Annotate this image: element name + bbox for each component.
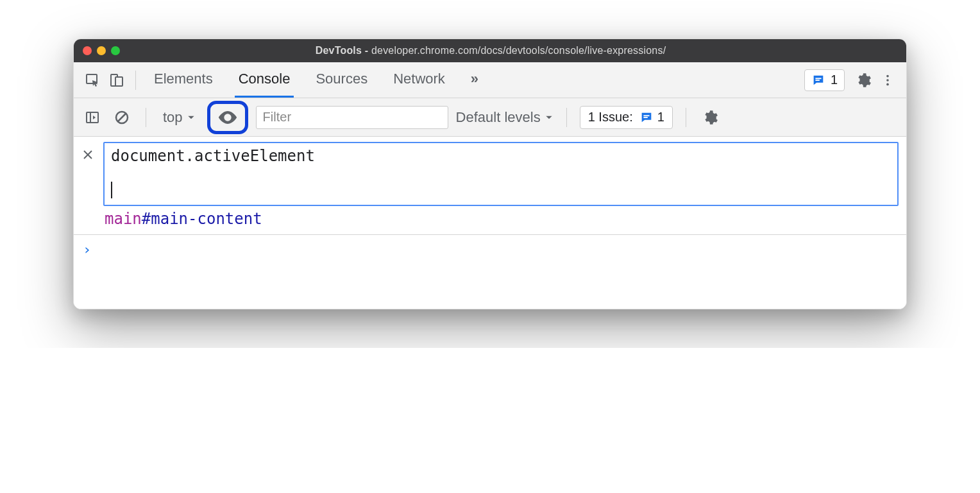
window-close-button[interactable]	[83, 46, 92, 55]
log-levels-selector[interactable]: Default levels	[456, 109, 553, 126]
remove-live-expression-button[interactable]	[79, 146, 97, 164]
ban-icon	[114, 110, 130, 125]
issues-count: 1	[657, 110, 664, 125]
more-tabs-button[interactable]: »	[467, 62, 482, 98]
filter-input[interactable]	[256, 106, 448, 129]
svg-point-5	[886, 74, 889, 77]
traffic-lights	[83, 46, 120, 55]
eye-icon	[217, 107, 239, 128]
divider	[566, 108, 567, 127]
context-label: top	[163, 109, 183, 126]
svg-rect-3	[815, 78, 821, 79]
window-title-app: DevTools	[316, 45, 362, 56]
toggle-device-toolbar-icon[interactable]	[106, 69, 128, 91]
panel-tabs: Elements Console Sources Network »	[150, 62, 482, 98]
result-tagname: main	[105, 210, 142, 228]
clear-console-button[interactable]	[111, 107, 133, 128]
devtools-window: DevTools - developer.chrome.com/docs/dev…	[73, 39, 907, 309]
console-body: ›	[74, 235, 906, 309]
inspect-element-icon[interactable]	[81, 69, 103, 91]
console-toolbar: top Default levels 1 Issue: 1	[74, 98, 906, 137]
create-live-expression-button[interactable]	[207, 101, 248, 134]
execution-context-selector[interactable]: top	[159, 108, 199, 127]
svg-rect-13	[643, 115, 649, 116]
chat-icon	[639, 110, 654, 125]
kebab-icon	[881, 73, 895, 87]
tab-sources[interactable]: Sources	[312, 62, 371, 98]
svg-point-7	[886, 83, 889, 85]
window-minimize-button[interactable]	[97, 46, 106, 55]
gear-icon	[855, 72, 872, 89]
text-cursor	[111, 182, 112, 198]
console-settings-button[interactable]	[699, 107, 721, 128]
svg-rect-14	[643, 117, 647, 118]
tab-elements[interactable]: Elements	[150, 62, 217, 98]
svg-rect-8	[87, 112, 98, 123]
messages-count: 1	[831, 73, 838, 87]
window-title: DevTools - developer.chrome.com/docs/dev…	[126, 45, 855, 56]
more-menu-button[interactable]	[877, 69, 899, 91]
chevron-down-icon	[187, 113, 196, 122]
live-expression-input[interactable]: document.activeElement	[103, 142, 899, 206]
svg-rect-4	[815, 80, 819, 81]
toggle-console-sidebar-button[interactable]	[81, 107, 103, 128]
chevron-down-icon	[545, 113, 553, 122]
live-expression-code: document.activeElement	[111, 147, 315, 165]
divider	[135, 71, 136, 90]
live-expression-area: document.activeElement main#main-content	[74, 137, 906, 235]
main-tabbar: Elements Console Sources Network » 1	[74, 62, 906, 98]
window-title-url: developer.chrome.com/docs/devtools/conso…	[371, 45, 666, 56]
close-icon	[82, 149, 94, 160]
messages-badge[interactable]: 1	[804, 69, 845, 91]
settings-button[interactable]	[852, 69, 874, 91]
window-titlebar: DevTools - developer.chrome.com/docs/dev…	[74, 39, 906, 62]
divider	[686, 108, 686, 127]
result-id: #main-content	[142, 210, 262, 228]
window-maximize-button[interactable]	[111, 46, 120, 55]
chat-icon	[811, 73, 825, 87]
svg-point-12	[226, 116, 230, 119]
svg-rect-2	[115, 77, 122, 86]
gear-icon	[702, 109, 718, 126]
issues-badge[interactable]: 1 Issue: 1	[580, 106, 673, 129]
levels-label: Default levels	[456, 109, 541, 126]
svg-point-6	[886, 79, 889, 82]
svg-line-11	[118, 113, 126, 121]
live-expression-result[interactable]: main#main-content	[105, 210, 899, 228]
divider	[146, 108, 146, 127]
tab-network[interactable]: Network	[389, 62, 449, 98]
console-prompt[interactable]: ›	[83, 241, 897, 257]
tab-console[interactable]: Console	[235, 62, 294, 98]
prompt-chevron-icon: ›	[83, 241, 91, 257]
issues-label: 1 Issue:	[588, 110, 633, 125]
